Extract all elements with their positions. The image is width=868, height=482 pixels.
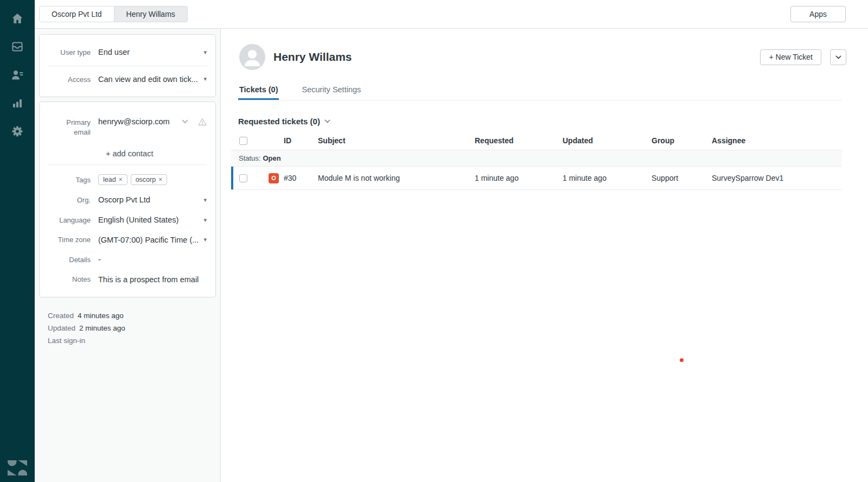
- user-meta: Created 4 minutes ago Updated 2 minutes …: [39, 302, 216, 347]
- primary-email-value: henryw@sciorp.com: [98, 117, 177, 126]
- chevron-down-icon: ▾: [203, 217, 207, 224]
- notes-value[interactable]: This is a prospect from email: [98, 275, 207, 284]
- user-details-card: Primary email henryw@sciorp.com + add co…: [39, 102, 216, 297]
- chevron-down-icon: ▾: [203, 196, 207, 204]
- tickets-icon[interactable]: [7, 36, 28, 58]
- ticket-subject-link[interactable]: Module M is not working: [318, 174, 400, 182]
- main-area: Henry Willams + New Ticket Tickets (0) S…: [221, 29, 868, 482]
- customers-icon[interactable]: [7, 64, 28, 86]
- requested-tickets-section: Requested tickets (0) ID Subject Request…: [231, 117, 842, 190]
- tag-text: lead: [103, 176, 116, 183]
- top-bar: Oscorp Pvt Ltd Henry Willams Apps: [35, 0, 868, 29]
- tab-security-settings[interactable]: Security Settings: [301, 82, 362, 100]
- app-window: Oscorp Pvt Ltd Henry Willams Apps User t…: [0, 0, 868, 482]
- updated-column-header: Updated: [563, 136, 652, 145]
- table-row[interactable]: O #30 Module M is not working 1 minute a…: [231, 167, 842, 190]
- chevron-down-icon: ▾: [203, 49, 207, 56]
- settings-icon[interactable]: [7, 120, 28, 142]
- profile-header: Henry Willams + New Ticket: [239, 44, 846, 70]
- access-select[interactable]: Can view and edit own tick... ▾: [98, 75, 207, 84]
- language-value: English (United States): [98, 215, 199, 224]
- user-essentials-panel: User type End user ▾ Access Can view and…: [35, 29, 221, 482]
- selected-row-indicator: [231, 167, 233, 189]
- select-all-checkbox[interactable]: [239, 137, 247, 145]
- home-icon[interactable]: [7, 8, 28, 29]
- primary-email-label: Primary email: [48, 117, 98, 137]
- table-header-row: ID Subject Requested Updated Group Assig…: [231, 134, 842, 150]
- status-open-badge: O: [269, 173, 279, 183]
- tag-chip[interactable]: oscorp ×: [131, 174, 168, 185]
- created-row: Created 4 minutes ago: [48, 309, 212, 322]
- ticket-group: Support: [652, 174, 712, 182]
- user-type-label: User type: [48, 47, 98, 58]
- chevron-down-icon: [835, 55, 841, 59]
- ticket-requested: 1 minute ago: [475, 174, 563, 182]
- notification-dot: [680, 358, 684, 362]
- created-value: 4 minutes ago: [78, 312, 124, 320]
- ticket-updated: 1 minute ago: [563, 174, 652, 182]
- org-select[interactable]: Oscorp Pvt Ltd ▾: [98, 195, 207, 204]
- updated-row: Updated 2 minutes ago: [48, 322, 212, 334]
- tickets-table: ID Subject Requested Updated Group Assig…: [231, 134, 842, 190]
- tab-henry-willams[interactable]: Henry Willams: [114, 6, 188, 22]
- status-group-label: Status:: [239, 154, 260, 162]
- requested-tickets-title: Requested tickets (0): [238, 117, 320, 126]
- user-type-value: End user: [98, 48, 199, 56]
- access-value: Can view and edit own tick...: [98, 75, 199, 84]
- requested-column-header: Requested: [475, 136, 563, 145]
- new-ticket-button[interactable]: + New Ticket: [760, 49, 821, 65]
- page-title: Henry Willams: [273, 50, 352, 64]
- tab-tickets[interactable]: Tickets (0): [238, 82, 279, 100]
- avatar: [239, 44, 265, 70]
- remove-tag-icon[interactable]: ×: [158, 176, 162, 183]
- last-signin-row: Last sign-in: [48, 334, 212, 347]
- tags-list: lead × oscorp ×: [98, 174, 167, 185]
- tag-chip[interactable]: lead ×: [98, 174, 127, 185]
- row-checkbox[interactable]: [239, 174, 247, 182]
- tab-oscorp-pvt-ltd[interactable]: Oscorp Pvt Ltd: [39, 6, 114, 22]
- org-label: Org.: [48, 195, 98, 205]
- status-group-value: Open: [263, 154, 280, 162]
- primary-email-row: henryw@sciorp.com: [98, 117, 207, 126]
- access-label: Access: [48, 74, 98, 85]
- requested-tickets-toggle[interactable]: Requested tickets (0): [231, 117, 842, 134]
- person-icon: [239, 44, 265, 70]
- timezone-value: (GMT-07:00) Pacific Time (...: [98, 236, 199, 244]
- group-column-header: Group: [652, 136, 712, 145]
- apps-button[interactable]: Apps: [790, 6, 846, 22]
- zendesk-logo[interactable]: [8, 460, 27, 475]
- chevron-down-icon[interactable]: [182, 119, 188, 124]
- chevron-down-icon: ▾: [203, 75, 207, 83]
- language-select[interactable]: English (United States) ▾: [98, 215, 207, 224]
- subject-column-header: Subject: [318, 136, 475, 145]
- id-column-header: ID: [284, 136, 318, 145]
- chevron-down-icon: ▾: [203, 236, 207, 243]
- add-contact-link[interactable]: + add contact: [106, 149, 207, 158]
- tags-label: Tags: [48, 175, 98, 185]
- nav-rail: [0, 0, 35, 482]
- ticket-assignee: SurveySparrow Dev1: [712, 174, 842, 182]
- details-label: Details: [48, 255, 98, 265]
- reports-icon[interactable]: [7, 92, 28, 114]
- notes-label: Notes: [48, 274, 98, 284]
- timezone-label: Time zone: [48, 234, 98, 245]
- updated-value: 2 minutes ago: [79, 324, 125, 332]
- org-value: Oscorp Pvt Ltd: [98, 195, 199, 204]
- divider: [48, 164, 207, 165]
- remove-tag-icon[interactable]: ×: [119, 176, 123, 183]
- ticket-id: #30: [284, 174, 318, 182]
- chevron-down-icon: [324, 119, 330, 123]
- warning-icon: [198, 118, 207, 126]
- user-type-select[interactable]: End user ▾: [98, 48, 207, 56]
- divider: [48, 66, 207, 66]
- last-signin-label: Last sign-in: [48, 337, 85, 345]
- tag-text: oscorp: [136, 176, 156, 183]
- status-group-row: Status: Open: [231, 150, 842, 167]
- new-ticket-dropdown-button[interactable]: [830, 49, 846, 65]
- updated-label: Updated: [48, 324, 75, 332]
- timezone-select[interactable]: (GMT-07:00) Pacific Time (... ▾: [98, 236, 207, 244]
- profile-tabs: Tickets (0) Security Settings: [238, 82, 842, 100]
- workspace-tab-group: Oscorp Pvt Ltd Henry Willams: [39, 6, 188, 22]
- details-value[interactable]: -: [98, 255, 207, 264]
- assignee-column-header: Assignee: [712, 136, 842, 145]
